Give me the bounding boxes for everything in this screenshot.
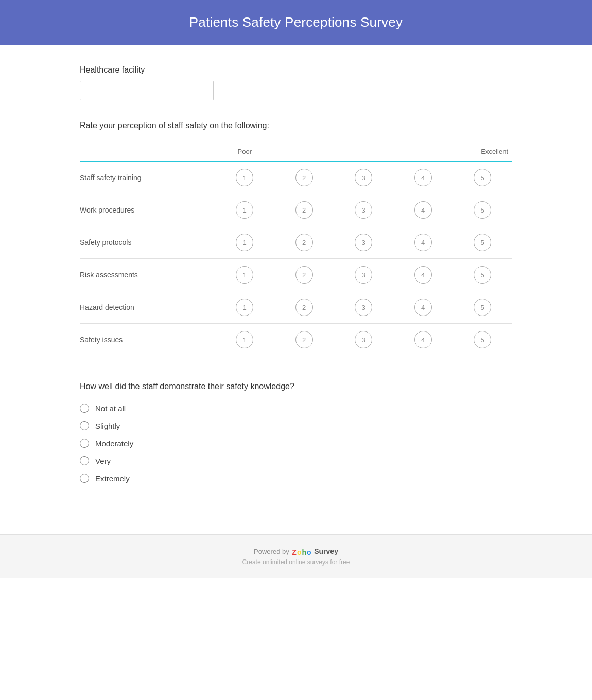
rating-radio-label[interactable]: 2 [295, 299, 313, 316]
survey-title: Patients Safety Perceptions Survey [10, 14, 582, 30]
facility-label: Healthcare facility [80, 65, 512, 75]
knowledge-section: How well did the staff demonstrate their… [80, 382, 512, 483]
rating-radio-label[interactable]: 3 [355, 299, 372, 316]
scale-2-header [274, 143, 334, 161]
rating-radio-label[interactable]: 4 [414, 201, 432, 219]
rating-radio-label[interactable]: 1 [236, 234, 253, 251]
rating-radio-label[interactable]: 1 [236, 331, 253, 348]
scale-4-header [393, 143, 452, 161]
rating-cell: 1 [215, 259, 274, 291]
knowledge-question: How well did the staff demonstrate their… [80, 382, 512, 391]
rating-row: Staff safety training12345 [80, 161, 512, 194]
powered-by-text: Powered by [254, 548, 289, 555]
rating-radio-label[interactable]: 1 [236, 299, 253, 316]
rating-radio-label[interactable]: 2 [295, 331, 313, 348]
rating-cell: 4 [393, 161, 452, 194]
knowledge-option[interactable]: Moderately [80, 439, 512, 448]
rating-cell: 5 [452, 161, 512, 194]
rating-row: Safety protocols12345 [80, 226, 512, 259]
knowledge-option-label: Very [95, 457, 111, 465]
rating-radio-label[interactable]: 1 [236, 169, 253, 186]
zoho-o: o [297, 548, 302, 556]
rating-cell: 3 [334, 324, 393, 356]
knowledge-radio-input[interactable] [80, 404, 89, 413]
knowledge-radio-input[interactable] [80, 474, 89, 483]
rating-row-label: Staff safety training [80, 161, 215, 194]
zoho-h: h [302, 548, 306, 556]
rating-row-label: Work procedures [80, 194, 215, 226]
knowledge-options: Not at allSlightlyModeratelyVeryExtremel… [80, 404, 512, 483]
rating-radio-label[interactable]: 3 [355, 201, 372, 219]
rating-row: Risk assessments12345 [80, 259, 512, 291]
rating-cell: 2 [274, 226, 334, 259]
rating-radio-label[interactable]: 1 [236, 266, 253, 284]
rating-cell: 3 [334, 291, 393, 324]
rating-cell: 1 [215, 226, 274, 259]
knowledge-option[interactable]: Not at all [80, 404, 512, 413]
knowledge-option-label: Extremely [95, 474, 130, 483]
rating-radio-label[interactable]: 5 [474, 234, 491, 251]
rating-cell: 2 [274, 291, 334, 324]
rating-radio-label[interactable]: 3 [355, 331, 372, 348]
knowledge-option[interactable]: Slightly [80, 421, 512, 430]
rating-cell: 1 [215, 161, 274, 194]
knowledge-radio-input[interactable] [80, 456, 89, 465]
footer-tagline: Create unlimited online surveys for free [10, 558, 582, 566]
scale-3-header [334, 143, 393, 161]
facility-input[interactable] [80, 81, 214, 100]
page-footer: Powered by Zoho Survey Create unlimited … [0, 534, 592, 578]
rating-radio-label[interactable]: 4 [414, 299, 432, 316]
rating-cell: 2 [274, 194, 334, 226]
rating-radio-label[interactable]: 5 [474, 201, 491, 219]
rating-radio-label[interactable]: 5 [474, 266, 491, 284]
knowledge-radio-input[interactable] [80, 421, 89, 430]
rating-cell: 5 [452, 194, 512, 226]
powered-by-line: Powered by Zoho Survey [10, 547, 582, 556]
rating-cell: 3 [334, 259, 393, 291]
rating-table: Poor Excellent Staff safety training1234… [80, 143, 512, 356]
row-label-header [80, 143, 215, 161]
zoho-logo: Zoho [292, 548, 311, 556]
knowledge-radio-input[interactable] [80, 439, 89, 448]
survey-header: Patients Safety Perceptions Survey [0, 0, 592, 45]
rating-section: Rate your perception of staff safety on … [80, 121, 512, 356]
rating-radio-label[interactable]: 3 [355, 169, 372, 186]
rating-row: Work procedures12345 [80, 194, 512, 226]
rating-cell: 2 [274, 161, 334, 194]
rating-cell: 2 [274, 259, 334, 291]
rating-radio-label[interactable]: 4 [414, 331, 432, 348]
rating-cell: 5 [452, 291, 512, 324]
rating-radio-label[interactable]: 5 [474, 169, 491, 186]
knowledge-option-label: Slightly [95, 422, 120, 430]
rating-radio-label[interactable]: 3 [355, 234, 372, 251]
rating-cell: 1 [215, 194, 274, 226]
rating-cell: 1 [215, 291, 274, 324]
zoho-z: Z [292, 548, 297, 556]
rating-cell: 4 [393, 324, 452, 356]
rating-cell: 3 [334, 161, 393, 194]
rating-row-label: Hazard detection [80, 291, 215, 324]
knowledge-option[interactable]: Extremely [80, 474, 512, 483]
rating-cell: 4 [393, 194, 452, 226]
knowledge-option[interactable]: Very [80, 456, 512, 465]
rating-cell: 3 [334, 226, 393, 259]
poor-header: Poor [215, 143, 274, 161]
rating-radio-label[interactable]: 3 [355, 266, 372, 284]
survey-label: Survey [314, 547, 338, 555]
rating-radio-label[interactable]: 5 [474, 299, 491, 316]
rating-radio-label[interactable]: 2 [295, 266, 313, 284]
rating-radio-label[interactable]: 4 [414, 266, 432, 284]
main-content: Healthcare facility Rate your perception… [39, 45, 553, 534]
rating-radio-label[interactable]: 4 [414, 234, 432, 251]
facility-section: Healthcare facility [80, 65, 512, 100]
rating-cell: 5 [452, 226, 512, 259]
rating-radio-label[interactable]: 1 [236, 201, 253, 219]
rating-radio-label[interactable]: 5 [474, 331, 491, 348]
excellent-header: Excellent [452, 143, 512, 161]
rating-question: Rate your perception of staff safety on … [80, 121, 512, 130]
rating-radio-label[interactable]: 2 [295, 169, 313, 186]
rating-radio-label[interactable]: 2 [295, 201, 313, 219]
rating-radio-label[interactable]: 4 [414, 169, 432, 186]
rating-radio-label[interactable]: 2 [295, 234, 313, 251]
knowledge-option-label: Not at all [95, 404, 126, 413]
